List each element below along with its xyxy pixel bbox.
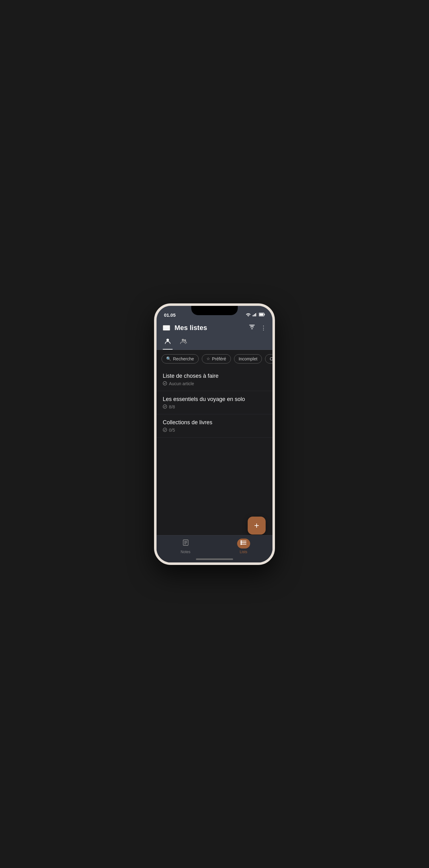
filter-row: 🔍 Recherche ☆ Préféré Incomplet Complété [156, 350, 273, 368]
list-item-count: 0/5 [169, 428, 175, 433]
svg-point-21 [241, 540, 242, 541]
svg-point-23 [241, 544, 242, 545]
header: Mes listes ⋮ [156, 321, 273, 335]
filter-complete-label: Complété [270, 356, 273, 361]
filter-complete[interactable]: Complété [265, 354, 273, 364]
add-button[interactable]: + [248, 517, 266, 534]
nav-lists-label: Lists [240, 550, 247, 554]
wifi-icon [246, 313, 251, 317]
svg-rect-5 [259, 314, 264, 316]
menu-line-2 [163, 328, 170, 328]
tabs-row [156, 335, 273, 350]
menu-button[interactable] [163, 325, 170, 331]
check-icon [163, 381, 167, 386]
svg-point-11 [163, 381, 167, 385]
notes-icon [182, 539, 189, 548]
notch [191, 306, 238, 315]
star-icon: ☆ [207, 356, 210, 361]
lists-icon [240, 539, 247, 548]
nav-notes[interactable]: Notes [175, 538, 196, 554]
page-title: Mes listes [175, 324, 207, 332]
nav-lists-icon-wrapper [237, 538, 250, 549]
list-item-title: Les essentiels du voyage en solo [163, 396, 266, 403]
home-indicator [196, 558, 233, 560]
search-icon: 🔍 [166, 356, 171, 361]
add-icon: + [254, 521, 259, 530]
list-item-count: Aucun article [169, 381, 194, 386]
check-icon [163, 428, 167, 433]
svg-rect-3 [256, 313, 257, 316]
filter-search-label: Recherche [173, 356, 194, 361]
more-button[interactable]: ⋮ [261, 324, 266, 331]
battery-icon [259, 313, 265, 317]
svg-point-8 [166, 339, 169, 341]
signal-icon [253, 313, 257, 317]
list-item-sub: 8/8 [163, 404, 266, 410]
svg-point-9 [182, 339, 184, 341]
svg-point-10 [184, 339, 186, 341]
menu-line-3 [163, 330, 170, 330]
nav-lists[interactable]: Lists [233, 538, 254, 554]
list-item[interactable]: Les essentiels du voyage en solo 8/8 [156, 391, 273, 414]
nav-notes-icon-wrapper [179, 538, 192, 549]
check-icon [163, 404, 167, 410]
list-item[interactable]: Liste de choses à faire Aucun article [156, 368, 273, 391]
filter-favorite[interactable]: ☆ Préféré [202, 354, 231, 364]
tab-personal[interactable] [163, 335, 173, 349]
status-time: 01.05 [164, 311, 176, 318]
svg-rect-2 [255, 313, 256, 316]
svg-point-12 [163, 405, 167, 408]
filter-search[interactable]: 🔍 Recherche [161, 354, 199, 364]
nav-notes-label: Notes [181, 550, 190, 554]
menu-line-1 [163, 326, 170, 326]
header-left: Mes listes [163, 324, 207, 332]
tab-shared[interactable] [179, 335, 189, 349]
svg-point-22 [241, 542, 242, 543]
list-item-sub: Aucun article [163, 381, 266, 386]
svg-point-13 [163, 428, 167, 432]
list-item-count: 8/8 [169, 404, 175, 409]
filter-incomplete-label: Incomplet [239, 356, 257, 361]
list-item-title: Collections de livres [163, 419, 266, 426]
filter-incomplete[interactable]: Incomplet [234, 354, 262, 364]
filter-button[interactable] [249, 324, 255, 332]
filter-favorite-label: Préféré [212, 356, 226, 361]
status-icons [246, 311, 265, 317]
list-section: Liste de choses à faire Aucun article Le… [156, 368, 273, 451]
svg-marker-7 [249, 325, 254, 328]
list-item[interactable]: Collections de livres 0/5 [156, 414, 273, 438]
list-item-sub: 0/5 [163, 428, 266, 433]
phone-frame: 01.05 [154, 303, 275, 565]
list-item-title: Liste de choses à faire [163, 373, 266, 379]
svg-rect-6 [265, 314, 265, 315]
header-right: ⋮ [249, 324, 266, 332]
svg-rect-0 [253, 315, 253, 316]
svg-rect-1 [254, 314, 255, 316]
